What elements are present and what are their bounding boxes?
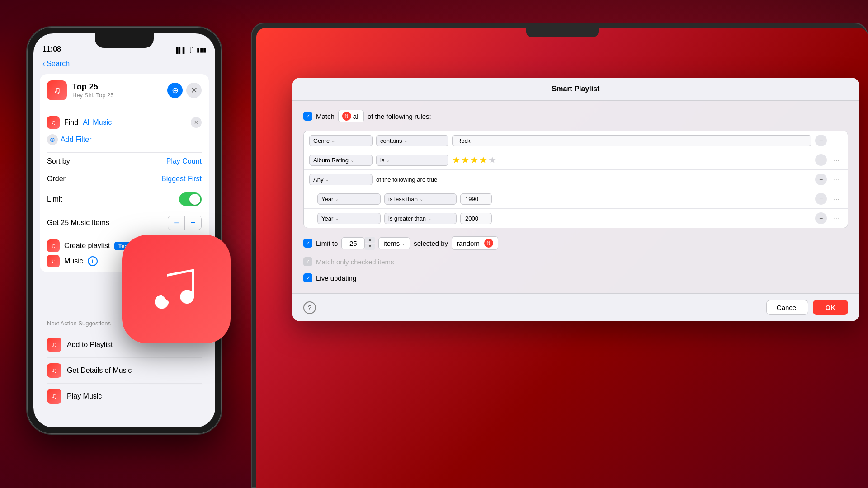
any-more-button[interactable]: ···	[830, 174, 842, 185]
find-value[interactable]: All Music	[83, 118, 112, 127]
album-rating-stars[interactable]: ★ ★ ★ ★ ★	[452, 155, 496, 165]
nested-rule-year-greater: Year ⌄ is greater than ⌄ 2000 − ···	[304, 209, 848, 228]
workflow-section: ♫ Find All Music ✕ ⊕ Add Filter	[40, 107, 209, 152]
album-rating-field-select[interactable]: Album Rating ⌄	[309, 155, 373, 166]
year-less-field-select[interactable]: Year ⌄	[317, 193, 381, 205]
card-title-area: Top 25 Hey Siri, Top 25	[72, 82, 162, 99]
album-rating-more-button[interactable]: ···	[830, 154, 842, 166]
match-checkbox[interactable]: ✓	[303, 112, 312, 121]
close-button[interactable]: ✕	[186, 83, 202, 98]
search-back-button[interactable]: ‹ Search	[42, 60, 206, 68]
limit-stepper[interactable]: ▲ ▼	[365, 237, 375, 250]
order-row[interactable]: Order Biggest First	[40, 170, 209, 188]
year-greater-remove-button[interactable]: −	[815, 212, 827, 224]
suggestion-play-music[interactable]: ♫ Play Music	[47, 384, 202, 409]
stepper-minus-button[interactable]: −	[168, 216, 184, 230]
limit-checkbox[interactable]: ✓	[303, 239, 312, 248]
star-4: ★	[479, 155, 487, 165]
genre-value-input[interactable]: Rock	[452, 135, 811, 146]
selected-by-value: random	[457, 239, 480, 247]
year-less-field-label: Year	[321, 196, 333, 202]
play-music-label: Play Music	[67, 392, 102, 400]
year-less-condition-chevron-icon: ⌄	[420, 197, 423, 202]
year-less-condition-select[interactable]: is less than ⌄	[384, 193, 457, 205]
get-details-icon: ♫	[47, 363, 61, 378]
year-less-value-input[interactable]: 1990	[460, 193, 492, 205]
limit-label: Limit to	[316, 239, 338, 247]
back-chevron-icon: ‹	[42, 60, 45, 68]
genre-condition-select[interactable]: contains ⌄	[376, 135, 448, 146]
limit-value-display: 25	[349, 239, 357, 247]
limit-value-input[interactable]: 25	[341, 237, 365, 249]
limit-row-dialog: ✓ Limit to 25 ▲ ▼ items ⌄	[303, 236, 848, 250]
music-info-button[interactable]: i	[88, 256, 98, 266]
genre-remove-button[interactable]: −	[815, 135, 827, 146]
album-rating-chevron-icon: ⌄	[350, 158, 354, 163]
nested-rule-year-less: Year ⌄ is less than ⌄ 1990 − ···	[304, 189, 848, 209]
live-updating-checkbox[interactable]: ✓	[303, 273, 312, 282]
find-step[interactable]: ♫ Find All Music ✕	[47, 113, 202, 132]
suggestion-get-details[interactable]: ♫ Get Details of Music	[47, 358, 202, 383]
order-value[interactable]: Biggest First	[161, 175, 202, 183]
match-only-checkbox: ✓	[303, 257, 312, 266]
year-less-remove-button[interactable]: −	[815, 193, 827, 205]
dialog-content: ✓ Match ⇅ all of the following rules: Ge…	[292, 101, 859, 293]
limit-stepper-up[interactable]: ▲	[365, 237, 375, 243]
sort-by-row[interactable]: Sort by Play Count	[40, 153, 209, 170]
any-field-label: Any	[313, 176, 323, 183]
year-greater-condition-select[interactable]: is greater than ⌄	[384, 213, 457, 224]
limit-unit-dropdown[interactable]: items ⌄	[378, 237, 410, 249]
year-greater-value-input[interactable]: 2000	[460, 213, 492, 224]
search-back-area[interactable]: ‹ Search	[33, 56, 215, 71]
add-filter-label: Add Filter	[61, 136, 91, 144]
genre-more-button[interactable]: ···	[830, 135, 842, 146]
match-row: ✓ Match ⇅ all of the following rules:	[303, 110, 848, 122]
limit-unit-label: items	[383, 239, 400, 247]
rule-row-album-rating: Album Rating ⌄ is ⌄ ★ ★ ★ ★ ★	[304, 150, 848, 170]
star-1: ★	[452, 155, 460, 165]
album-rating-condition-select[interactable]: is ⌄	[376, 155, 448, 166]
year-less-condition-label: is less than	[388, 196, 418, 202]
status-time: 11:08	[42, 45, 61, 53]
rules-container: Genre ⌄ contains ⌄ Rock − ···	[303, 131, 848, 228]
status-icons: ▐▌▌ ⌊⌉ ▮▮▮	[174, 47, 206, 53]
limit-stepper-down[interactable]: ▼	[365, 244, 375, 250]
limit-label: Limit	[47, 195, 62, 203]
find-close-button[interactable]: ✕	[191, 117, 202, 128]
wifi-icon: ⌊⌉	[189, 47, 194, 53]
get-details-label: Get Details of Music	[67, 366, 132, 375]
limit-row[interactable]: Limit	[40, 188, 209, 211]
search-back-label: Search	[47, 60, 70, 68]
get-items-row[interactable]: Get 25 Music Items − +	[40, 211, 209, 235]
stepper-controls[interactable]: − +	[168, 216, 202, 230]
get-items-label: Get 25 Music Items	[47, 219, 109, 227]
play-music-icon: ♫	[47, 389, 61, 404]
match-only-label: Match only checked items	[316, 258, 394, 266]
footer-buttons: Cancel OK	[766, 300, 848, 315]
sort-by-value[interactable]: Play Count	[166, 157, 202, 165]
cancel-button[interactable]: Cancel	[766, 300, 808, 315]
genre-field-select[interactable]: Genre ⌄	[309, 135, 373, 146]
ok-button[interactable]: OK	[813, 300, 849, 315]
tablet-notch	[526, 28, 599, 37]
stepper-plus-button[interactable]: +	[185, 216, 201, 230]
red-arrows-icon: ⇅	[342, 112, 351, 121]
settings-button[interactable]: ⊕	[167, 83, 183, 98]
year-greater-condition-label: is greater than	[388, 215, 426, 222]
limit-toggle[interactable]	[179, 192, 202, 206]
selected-by-dropdown[interactable]: random ⇅	[452, 236, 498, 250]
year-less-more-button[interactable]: ···	[830, 193, 842, 205]
any-remove-button[interactable]: −	[815, 174, 827, 185]
add-filter-button[interactable]: ⊕ Add Filter	[47, 132, 202, 147]
any-field-select[interactable]: Any ⌄	[309, 174, 373, 185]
help-button[interactable]: ?	[303, 301, 316, 314]
find-label: Find	[64, 118, 78, 127]
find-icon: ♫	[47, 116, 60, 129]
match-value-dropdown[interactable]: ⇅ all	[338, 110, 364, 122]
match-suffix: of the following rules:	[368, 113, 431, 120]
year-greater-field-select[interactable]: Year ⌄	[317, 213, 381, 224]
year-greater-more-button[interactable]: ···	[830, 212, 842, 224]
album-rating-remove-button[interactable]: −	[815, 154, 827, 166]
star-5: ★	[488, 155, 496, 165]
live-updating-row: ✓ Live updating	[303, 272, 848, 284]
